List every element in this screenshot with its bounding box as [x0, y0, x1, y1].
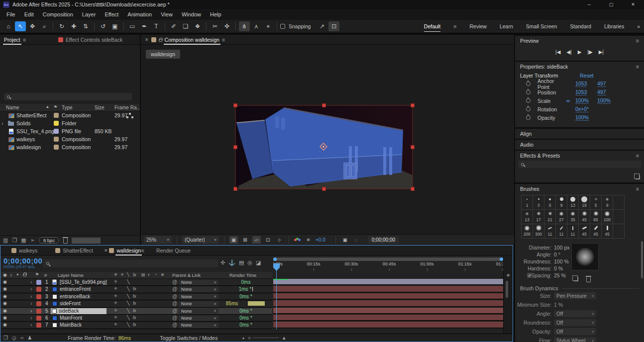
brush-preset[interactable]: 5 — [544, 195, 556, 210]
interpret-footage-icon[interactable]: ➣ — [30, 237, 35, 244]
zoom-in-mountain-icon[interactable]: ▲ — [282, 335, 287, 341]
brush-preset[interactable]: 45 — [579, 224, 590, 239]
layer-row-1[interactable]: ◉ › 1 [SSU_Te_6x994.png] ✛ ╲ @ None˅ 0ms — [0, 279, 272, 286]
home-tool-icon[interactable]: ⌂ — [3, 21, 14, 31]
brush-preset[interactable]: 45 — [590, 224, 602, 239]
index-column-header[interactable]: # — [44, 272, 47, 278]
minimize-button[interactable]: ─ — [578, 0, 600, 9]
parent-dropdown[interactable]: None˅ — [179, 280, 218, 285]
panel-scrollbar[interactable] — [641, 241, 643, 278]
layer-row-2[interactable]: ◉ › 2 entranceFront ✛ ╲ fx @ None˅ 1ms * — [0, 286, 272, 293]
label-swatch[interactable] — [54, 121, 59, 126]
work-area-end-handle[interactable] — [500, 257, 503, 261]
layer-row-4[interactable]: ◉ › 4 sideFront ✛ ╲ fx @ None˅ 85ms — [0, 300, 272, 307]
shy-column-icon[interactable]: ☀ — [120, 272, 124, 277]
column-type[interactable]: Type — [62, 105, 73, 110]
in-out-icon[interactable]: ‹› — [20, 335, 24, 341]
fx-switch-icon[interactable]: fx — [133, 322, 136, 327]
new-animation-preset-icon[interactable] — [636, 175, 640, 179]
audio-column-icon[interactable]: ♪ — [10, 272, 12, 277]
brush-preset[interactable]: 5 — [590, 195, 602, 210]
twirl-chevron-icon[interactable]: › — [30, 315, 32, 321]
stopwatch-icon[interactable] — [526, 82, 531, 86]
workspace-menu-icon[interactable]: ≡ — [453, 23, 456, 29]
close-tab-icon[interactable]: ✕ — [145, 37, 149, 42]
waveform-icon[interactable]: ♟ — [27, 335, 32, 341]
pickwhip-icon[interactable]: @ — [172, 308, 177, 314]
lock-column-icon[interactable] — [23, 274, 26, 276]
layer-name-column-header[interactable]: Layer Name — [58, 272, 84, 278]
brush-preset[interactable]: 65 — [590, 210, 602, 224]
show-snapshot-icon[interactable]: ◌ — [352, 236, 361, 244]
brush-preset[interactable]: 19 — [579, 195, 590, 210]
motion-blur-column-icon[interactable]: ◐ — [148, 272, 150, 277]
roto-brush-tool-icon[interactable]: ✂ — [210, 21, 220, 31]
frame-blend-icon[interactable]: ▤ — [239, 259, 244, 266]
parent-dropdown[interactable]: None˅ — [179, 308, 218, 314]
selection-tool-icon[interactable]: ↖ — [15, 21, 26, 31]
workspace-libraries[interactable]: Libraries — [604, 21, 624, 31]
effects-panel-menu-icon[interactable]: ≡ — [636, 153, 639, 159]
properties-panel-menu-icon[interactable]: ≡ — [636, 64, 639, 70]
collapse-switch-icon[interactable]: ✛ — [114, 301, 117, 305]
pickwhip-icon[interactable]: @ — [172, 279, 177, 285]
column-name[interactable]: Name — [6, 105, 19, 110]
brush-preset[interactable]: 9 — [602, 195, 613, 210]
new-composition-icon[interactable]: ▦ — [21, 237, 26, 244]
align-title[interactable]: Align — [520, 131, 532, 137]
layer-name[interactable]: MainFront — [60, 315, 82, 321]
brush-preset[interactable]: 11 — [556, 224, 567, 239]
brush-preset[interactable]: 27 — [556, 210, 567, 224]
brush-preset[interactable]: 45 — [602, 224, 613, 239]
playhead-line[interactable] — [276, 270, 277, 329]
layer-duration-bar[interactable] — [273, 293, 503, 299]
camera-orbit-icon[interactable]: ⋔ — [239, 21, 250, 31]
blend-mode-icon[interactable]: ◶ — [12, 335, 16, 341]
fx-switch-icon[interactable]: fx — [133, 315, 136, 320]
transparency-grid-icon[interactable]: ⊡ — [264, 236, 272, 244]
diameter-value[interactable]: 100 px — [554, 245, 570, 251]
layer-row-7[interactable]: ◉ › 7 MainBack ✛ ╲ fx @ None˅ 0ms * — [0, 322, 272, 329]
label-column-icon[interactable]: ⚑ — [35, 272, 39, 277]
quality-switch-icon[interactable]: ╲ — [127, 294, 129, 299]
hand-tool-icon[interactable]: ✥ — [27, 21, 38, 31]
dolly-tool-icon[interactable]: ⇅ — [80, 21, 91, 31]
brush-tool-icon[interactable]: ✐ — [168, 21, 179, 31]
mask-visibility-icon[interactable]: ⊠ — [241, 236, 249, 244]
parent-dropdown[interactable]: None˅ — [179, 323, 218, 328]
layer-label-swatch[interactable] — [36, 301, 41, 306]
tab-effect-controls[interactable]: Effect Controls sideBack — [66, 37, 122, 43]
parent-dropdown[interactable]: None˅ — [179, 294, 218, 299]
current-time-display[interactable]: 0;00;00;00 — [3, 256, 42, 265]
pen-tool-icon[interactable]: ✒ — [139, 21, 150, 31]
tab-shattereffect[interactable]: ShatterEffect — [63, 248, 93, 254]
layer-duration-bar[interactable] — [273, 286, 503, 292]
play-button[interactable]: ▶ — [578, 49, 582, 55]
orbit-tool-icon[interactable]: ↻ — [56, 21, 67, 31]
position-y-value[interactable]: 497 — [597, 89, 606, 95]
twirl-chevron-icon[interactable]: › — [30, 294, 32, 299]
tab-walkeys[interactable]: walkeys — [19, 248, 37, 254]
brush-preset[interactable]: 3 — [533, 195, 544, 210]
quality-switch-icon[interactable]: ╲ — [127, 286, 129, 291]
position-x-value[interactable]: 1053 — [575, 89, 587, 95]
work-area-bar[interactable] — [273, 257, 503, 261]
exposure-reset-icon[interactable]: ✳ — [304, 236, 313, 244]
close-tab-icon[interactable]: ✕ — [104, 248, 108, 253]
brush-preset[interactable]: 17 — [533, 210, 544, 224]
rotation-value[interactable]: 0x+0° — [575, 106, 589, 112]
time-ruler[interactable]: 0:00s 00:15s 00:30s 00:45s 01:00s 01:15s… — [273, 256, 503, 272]
angle-dynamics-dropdown[interactable]: Off˅ — [554, 310, 596, 317]
eye-icon[interactable]: ◉ — [3, 315, 7, 320]
layer-label-swatch[interactable] — [36, 294, 41, 299]
effects-search-input[interactable] — [518, 161, 641, 168]
next-frame-button[interactable]: |▶ — [587, 49, 592, 55]
layer-row-6[interactable]: ◉ › 6 MainFront ✛ ╲ fx @ None˅ 0ms * — [0, 315, 272, 322]
menu-animation[interactable]: Animation — [123, 11, 156, 17]
audio-title[interactable]: Audio — [520, 142, 534, 148]
pickwhip-icon[interactable]: @ — [172, 315, 177, 321]
layer-duration-bar[interactable] — [273, 308, 503, 314]
composition-mini-flowchart-icon[interactable]: ✣ — [220, 259, 225, 266]
spacing-value[interactable]: 25 % — [554, 272, 566, 278]
expand-chevron-icon[interactable]: › — [1, 120, 3, 126]
